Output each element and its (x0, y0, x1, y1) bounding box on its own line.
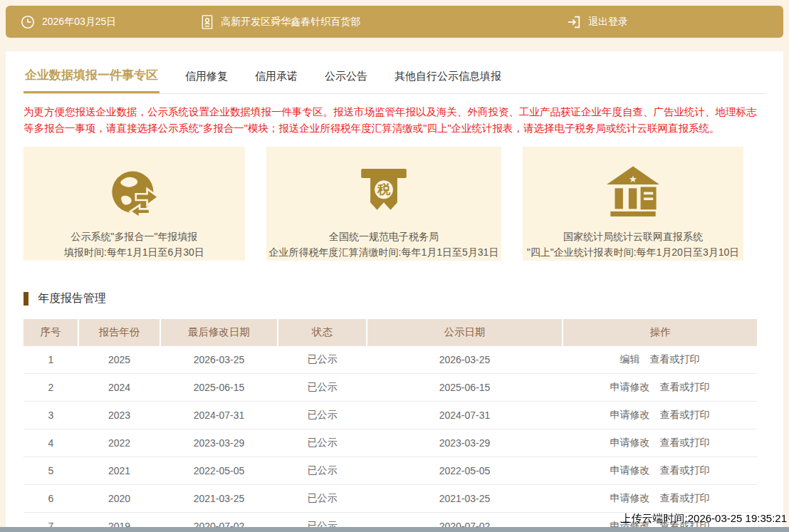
card-text: 国家统计局统计云联网直报系统 "四上"企业统计报表时间:每年1月20日至3月10… (527, 229, 740, 260)
company-name: 高新开发区舜华鑫春针织百货部 (221, 16, 360, 28)
cell-status: 已公示 (278, 402, 367, 429)
date-display: 2026年03月25日 (20, 14, 116, 30)
table-row: 420222023-03-29已公示2023-03-29申请修改查看或打印 (23, 429, 757, 457)
upload-time-text: 上传云端时间:2026-03-25 19:35:21 (621, 512, 787, 526)
section-title: 年度报告管理 (23, 291, 766, 306)
action-link[interactable]: 编辑 (620, 353, 640, 365)
section-title-text: 年度报告管理 (38, 291, 106, 306)
tab-3[interactable]: 公示公告 (323, 70, 369, 93)
tab-4[interactable]: 其他自行公示信息填报 (393, 70, 503, 93)
column-header: 公示日期 (367, 319, 563, 346)
action-link[interactable]: 申请修改 (610, 409, 650, 420)
cell-year: 2023 (78, 402, 160, 429)
cell-modified: 2026-03-25 (160, 346, 278, 374)
card-etax[interactable]: 税 全国统一规范电子税务局 企业所得税年度汇算清缴时间:每年1月1日至5月31日 (266, 147, 501, 261)
cell-publish: 2025-06-15 (367, 374, 563, 402)
action-link[interactable]: 查看或打印 (660, 409, 710, 420)
cell-seq: 6 (23, 485, 78, 513)
tab-0[interactable]: 企业数据填报一件事专区 (23, 67, 160, 93)
cell-modified: 2023-03-29 (160, 429, 278, 457)
table-row: 620202021-03-25已公示2021-03-25申请修改查看或打印 (23, 485, 757, 513)
cell-modified: 2021-03-25 (160, 485, 278, 513)
cell-actions: 申请修改查看或打印 (563, 429, 757, 457)
cell-modified: 2025-06-15 (160, 374, 278, 402)
action-link[interactable]: 申请修改 (610, 492, 650, 504)
table-row: 220242025-06-15已公示2025-06-15申请修改查看或打印 (23, 374, 757, 402)
card-line2: 填报时间:每年1月1日至6月30日 (64, 245, 204, 261)
company-display: 高新开发区舜华鑫春针织百货部 (200, 14, 360, 30)
cell-seq: 3 (23, 402, 78, 429)
action-link[interactable]: 查看或打印 (660, 492, 710, 504)
column-header: 最后修改日期 (160, 319, 278, 346)
cell-publish: 2026-03-25 (367, 346, 563, 374)
action-link[interactable]: 查看或打印 (660, 464, 710, 476)
cell-publish: 2020-07-02 (367, 513, 563, 527)
column-header: 操作 (563, 319, 757, 346)
cell-year: 2024 (78, 374, 160, 402)
card-line2: 企业所得税年度汇算清缴时间:每年1月1日至5月31日 (269, 245, 499, 261)
tab-2[interactable]: 信用承诺 (254, 70, 299, 93)
clock-icon (20, 14, 36, 30)
cell-status: 已公示 (278, 429, 367, 457)
cell-year: 2025 (78, 346, 160, 374)
cell-status: 已公示 (278, 346, 367, 374)
notice-text: 为更方便您报送企业数据，公示系统设置企业数据填报一件事专区。报送市场监管年报以及… (23, 104, 766, 137)
bottom-strip (0, 527, 789, 532)
logout-button[interactable]: 退出登录 (566, 14, 628, 30)
globe-sync-icon (103, 162, 166, 228)
cell-seq: 4 (23, 429, 78, 457)
cell-year: 2021 (78, 457, 160, 485)
table-row: 120252026-03-25已公示2026-03-25编辑查看或打印 (23, 346, 757, 374)
table-row: 520212022-05-05已公示2022-05-05申请修改查看或打印 (23, 457, 757, 485)
tax-ribbon-icon: 税 (353, 162, 414, 228)
logout-icon (566, 14, 582, 30)
cell-modified: 2024-07-31 (160, 402, 278, 429)
card-line1: 公示系统"多报合一"年报填报 (64, 229, 204, 245)
cell-publish: 2021-03-25 (367, 485, 563, 513)
card-annual-report[interactable]: 公示系统"多报合一"年报填报 填报时间:每年1月1日至6月30日 (23, 147, 245, 261)
main-panel: 企业数据填报一件事专区信用修复信用承诺公示公告其他自行公示信息填报 为更方便您报… (6, 51, 783, 527)
cell-year: 2020 (78, 485, 160, 513)
id-card-icon (200, 14, 214, 30)
column-header: 报告年份 (78, 319, 160, 346)
action-link[interactable]: 查看或打印 (660, 437, 710, 448)
annual-report-table: 序号报告年份最后修改日期状态公示日期操作 120252026-03-25已公示2… (23, 319, 757, 527)
cell-seq: 5 (23, 457, 78, 485)
table-header-row: 序号报告年份最后修改日期状态公示日期操作 (23, 319, 757, 346)
cell-year: 2019 (78, 513, 160, 527)
action-link[interactable]: 申请修改 (610, 381, 650, 392)
card-stats-bureau[interactable]: ★ 国家统计局统计云联网直报系统 "四上"企业统计报表时间:每年1月20日至3月… (523, 147, 743, 261)
cell-status: 已公示 (278, 513, 367, 527)
cell-actions: 申请修改查看或打印 (563, 374, 757, 402)
cell-modified: 2020-07-02 (160, 513, 278, 527)
action-link[interactable]: 申请修改 (610, 464, 650, 476)
section-marker (23, 292, 28, 306)
tab-1[interactable]: 信用修复 (184, 70, 229, 93)
card-text: 公示系统"多报合一"年报填报 填报时间:每年1月1日至6月30日 (64, 229, 204, 260)
cell-publish: 2022-05-05 (367, 457, 563, 485)
cell-status: 已公示 (278, 457, 367, 485)
cell-actions: 申请修改查看或打印 (563, 485, 757, 513)
current-date: 2026年03月25日 (42, 16, 116, 28)
cell-modified: 2022-05-05 (160, 457, 278, 485)
top-bar: 2026年03月25日 高新开发区舜华鑫春针织百货部 退出登录 (6, 6, 783, 38)
card-line2: "四上"企业统计报表时间:每年1月20日至3月10日 (527, 245, 740, 261)
logout-label: 退出登录 (588, 16, 628, 28)
cell-seq: 2 (23, 374, 78, 402)
tabs: 企业数据填报一件事专区信用修复信用承诺公示公告其他自行公示信息填报 (23, 51, 766, 94)
info-cards: 公示系统"多报合一"年报填报 填报时间:每年1月1日至6月30日 税 全国统一规… (23, 147, 766, 261)
card-line1: 国家统计局统计云联网直报系统 (527, 229, 740, 245)
cell-seq: 7 (23, 513, 78, 527)
action-link[interactable]: 查看或打印 (660, 381, 710, 392)
cell-seq: 1 (23, 346, 78, 374)
bank-building-icon: ★ (602, 162, 664, 228)
cell-publish: 2023-03-29 (367, 429, 563, 457)
card-text: 全国统一规范电子税务局 企业所得税年度汇算清缴时间:每年1月1日至5月31日 (269, 229, 499, 260)
action-link[interactable]: 查看或打印 (650, 353, 700, 365)
action-link[interactable]: 申请修改 (610, 437, 650, 448)
cell-status: 已公示 (278, 374, 367, 402)
cell-year: 2022 (78, 429, 160, 457)
cell-status: 已公示 (278, 485, 367, 513)
cell-actions: 编辑查看或打印 (563, 346, 757, 374)
cell-publish: 2024-07-31 (367, 402, 563, 429)
